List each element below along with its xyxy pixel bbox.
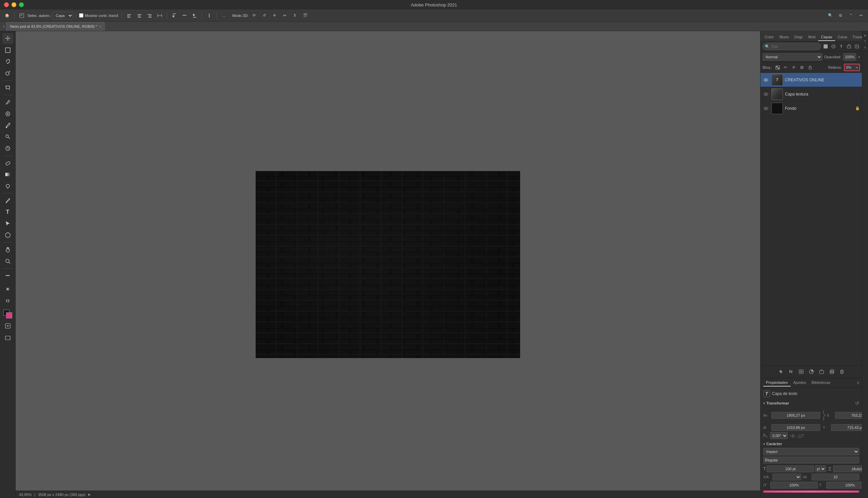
path-select-tool[interactable]: [2, 218, 13, 229]
lock-artboard[interactable]: ⊠: [799, 64, 805, 71]
layer-item[interactable]: T CREATIVOS ONLINE: [761, 73, 862, 87]
kerning-select[interactable]: Métricas Óptico: [773, 474, 801, 480]
properties-collapse-button[interactable]: ≡: [857, 380, 859, 385]
align-left-button[interactable]: [125, 11, 133, 20]
layer-item[interactable]: Fondo 🔒: [761, 101, 862, 116]
panel-tab-muestras[interactable]: Mues: [777, 34, 791, 41]
flip-vert-button[interactable]: △▽: [798, 433, 804, 438]
filter-text[interactable]: T: [838, 43, 845, 50]
home-button[interactable]: 🏠: [3, 11, 12, 20]
auto-select-type[interactable]: Capa Grupo: [53, 12, 73, 19]
filter-pixel[interactable]: [822, 43, 829, 50]
layer-visibility-1[interactable]: [763, 77, 769, 83]
distribute-bottom[interactable]: [190, 11, 199, 20]
lock-all[interactable]: [807, 64, 814, 71]
hand-tool[interactable]: [2, 244, 13, 255]
layer-visibility-3[interactable]: [763, 105, 769, 112]
filter-adjustment[interactable]: [830, 43, 837, 50]
h-scale-input[interactable]: [770, 482, 818, 488]
dodge-tool[interactable]: [2, 181, 13, 192]
eraser-tool[interactable]: [2, 158, 13, 168]
zoom-tool[interactable]: [2, 256, 13, 267]
3d-roll[interactable]: ↺: [260, 11, 269, 20]
quick-mask[interactable]: [2, 320, 13, 331]
opacity-input[interactable]: [843, 53, 856, 61]
font-size-unit[interactable]: pt px: [815, 466, 826, 472]
workspace-button[interactable]: ⧉: [836, 11, 845, 20]
document-tab[interactable]: Neón.psd al 43,9% (CREATIVOS ONLINE, RGB…: [6, 22, 105, 31]
distribute-vert[interactable]: [180, 11, 189, 20]
text-tool[interactable]: T: [2, 207, 13, 218]
opacity-dropdown-arrow[interactable]: ▾: [858, 55, 860, 59]
tab-close-button[interactable]: ×: [99, 24, 101, 28]
transform-header[interactable]: ▾ Transformar ↺: [763, 401, 859, 406]
width-input[interactable]: [771, 412, 820, 419]
3d-slide[interactable]: ⇔: [280, 11, 289, 20]
status-arrow[interactable]: ▶: [88, 493, 91, 496]
move-tool[interactable]: [2, 33, 13, 44]
link-wh-icon[interactable]: [821, 408, 826, 423]
flip-horiz-button[interactable]: ◁▷: [790, 433, 796, 438]
right-strip-btn-1[interactable]: ▲: [863, 32, 868, 38]
filter-shape[interactable]: [846, 43, 852, 50]
panel-tab-cana[interactable]: Cana: [835, 34, 850, 41]
3d-pan[interactable]: ✛: [270, 11, 279, 20]
distribute-horiz[interactable]: [205, 11, 214, 20]
video-tool[interactable]: 🎞: [2, 296, 13, 306]
minimize-button[interactable]: [12, 2, 16, 7]
layer-item[interactable]: Capa textura: [761, 87, 862, 101]
spot-heal-tool[interactable]: [2, 108, 13, 119]
new-layer-button[interactable]: [828, 368, 836, 376]
distribute-top[interactable]: [170, 11, 179, 20]
show-transform-label[interactable]: Mostrar contr. transf.: [79, 13, 119, 18]
shape-tool[interactable]: [2, 230, 13, 240]
auto-select-toggle[interactable]: [17, 11, 26, 20]
lock-position[interactable]: ✛: [790, 64, 797, 71]
fx-button[interactable]: fx: [787, 368, 795, 376]
clone-tool[interactable]: [2, 131, 13, 142]
prop-tab-ajustes[interactable]: Ajustes: [791, 379, 809, 386]
right-strip-btn-3[interactable]: A: [863, 45, 868, 50]
canvas-image[interactable]: [256, 171, 520, 358]
align-width-button[interactable]: [155, 11, 164, 20]
lock-transparent[interactable]: [774, 64, 781, 71]
lock-paint[interactable]: ✏: [782, 64, 789, 71]
selection-tool[interactable]: [2, 45, 13, 55]
align-center-button[interactable]: [135, 11, 144, 20]
align-right-button[interactable]: [145, 11, 154, 20]
gradient-tool[interactable]: [2, 169, 13, 180]
panel-tab-moti[interactable]: Moti: [806, 34, 818, 41]
screen-mode[interactable]: [2, 333, 13, 343]
blend-mode-select[interactable]: Normal Disolver Oscurecer Multiplicar Qu…: [763, 53, 822, 61]
tracking-input[interactable]: [812, 474, 859, 480]
transform-reset[interactable]: ↺: [855, 401, 859, 406]
filter-smart[interactable]: [853, 43, 860, 50]
panel-tab-capas[interactable]: Capas: [818, 34, 835, 41]
delete-layer-button[interactable]: [838, 368, 846, 376]
prop-tab-propiedades[interactable]: Propiedades: [763, 379, 791, 386]
expand-button[interactable]: ⌃: [846, 11, 855, 20]
link-layers-button[interactable]: [777, 368, 785, 376]
pen-tool[interactable]: [2, 195, 13, 206]
font-size-input[interactable]: [767, 466, 814, 472]
brush-tool[interactable]: [2, 120, 13, 131]
history-tool[interactable]: [2, 143, 13, 154]
more-options[interactable]: ...: [219, 11, 228, 20]
right-strip-btn-2[interactable]: T: [863, 39, 868, 44]
height-input[interactable]: [771, 424, 820, 431]
panel-tab-degr[interactable]: Degr: [792, 34, 806, 41]
angle-select[interactable]: 0,00°: [770, 432, 788, 439]
panel-tab-color[interactable]: Color: [762, 34, 777, 41]
layers-search-input[interactable]: [763, 43, 821, 50]
add-adjustment-button[interactable]: [807, 368, 815, 376]
maximize-button[interactable]: [19, 2, 24, 7]
tab-close-all[interactable]: ×: [3, 24, 5, 28]
font-family-select[interactable]: Impact Arial Helvetica: [763, 448, 859, 455]
undo-button[interactable]: ↩: [856, 11, 865, 20]
layer-visibility-2[interactable]: [763, 91, 769, 97]
add-mask-button[interactable]: [797, 368, 805, 376]
layer-quick[interactable]: ▣: [2, 283, 13, 294]
more-tools[interactable]: •••: [2, 270, 13, 281]
eyedropper-tool[interactable]: [2, 97, 13, 108]
3d-video[interactable]: 🎬: [301, 11, 309, 20]
